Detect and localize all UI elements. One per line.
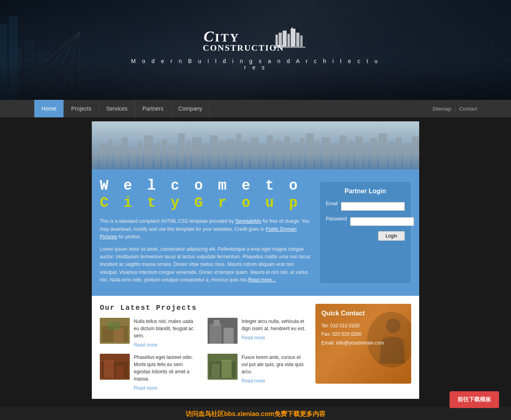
read-more-3[interactable]: Read more bbox=[134, 385, 157, 391]
svg-rect-53 bbox=[315, 141, 321, 169]
logo-area: .logo-font { font-family: 'Times New Rom… bbox=[128, 25, 383, 71]
svg-rect-37 bbox=[186, 141, 191, 169]
project-text-3: Phasellus eget laoreet odio. Morbi quis … bbox=[134, 354, 200, 391]
read-more-4[interactable]: Read more bbox=[242, 378, 265, 384]
password-label: Password : bbox=[326, 216, 347, 227]
svg-rect-52 bbox=[306, 133, 314, 169]
contact-email: Email: info@yourdomain.com bbox=[321, 339, 405, 348]
svg-rect-46 bbox=[260, 143, 265, 169]
svg-rect-27 bbox=[108, 139, 113, 169]
svg-text:CONSTRUCTION: CONSTRUCTION bbox=[203, 43, 284, 53]
svg-rect-74 bbox=[214, 320, 220, 326]
read-more-1[interactable]: Read more bbox=[134, 342, 157, 348]
svg-text:ITY: ITY bbox=[215, 31, 240, 44]
read-more-intro-link[interactable]: Read more... bbox=[248, 277, 276, 283]
partner-login-title: Partner Login bbox=[326, 188, 405, 195]
login-btn-row: Login bbox=[326, 231, 405, 241]
nav-separator: | bbox=[455, 106, 456, 112]
templatemo-link[interactable]: TemplateMo bbox=[235, 218, 261, 224]
svg-rect-63 bbox=[395, 137, 402, 169]
project-desc-1: Nulla tellus nisl, males uada eu dictum … bbox=[134, 318, 200, 339]
svg-rect-56 bbox=[339, 135, 347, 169]
nav-home[interactable]: Home bbox=[34, 100, 64, 117]
svg-rect-82 bbox=[222, 360, 232, 378]
content-area: W e l c o m e t o C i t y G r o u p This… bbox=[92, 169, 419, 296]
read-more-2[interactable]: Read more bbox=[242, 335, 265, 341]
svg-rect-54 bbox=[322, 137, 331, 169]
project-thumb-1 bbox=[100, 318, 130, 344]
svg-rect-40 bbox=[210, 135, 218, 169]
svg-rect-68 bbox=[104, 330, 112, 342]
email-input[interactable] bbox=[341, 202, 405, 211]
svg-rect-43 bbox=[236, 133, 241, 169]
partner-login-box: Partner Login Email : Password : Login bbox=[319, 181, 411, 284]
project-text-2: Integer arcu nulla, vehicula et dign iss… bbox=[242, 318, 307, 348]
svg-rect-6 bbox=[0, 60, 8, 100]
welcome-heading: W e l c o m e t o C i t y G r o u p bbox=[100, 177, 311, 212]
project-thumb-3 bbox=[100, 354, 130, 380]
nav-secondary: Sitemap | Contact bbox=[432, 106, 477, 112]
nav-services[interactable]: Services bbox=[99, 100, 135, 117]
nav-sitemap[interactable]: Sitemap bbox=[432, 106, 452, 112]
project-item-4: Fusce lorem ante, cursus et vul put ate … bbox=[208, 354, 307, 391]
svg-rect-9 bbox=[36, 52, 44, 100]
project-text-1: Nulla tellus nisl, males uada eu dictum … bbox=[134, 318, 200, 348]
nav-projects[interactable]: Projects bbox=[64, 100, 99, 117]
svg-rect-48 bbox=[274, 141, 283, 169]
projects-row-1: Nulla tellus nisl, males uada eu dictum … bbox=[100, 318, 307, 348]
svg-rect-36 bbox=[178, 133, 185, 169]
svg-rect-72 bbox=[210, 324, 222, 344]
svg-rect-47 bbox=[267, 135, 273, 169]
project-item-1: Nulla tellus nisl, males uada eu dictum … bbox=[100, 318, 200, 348]
project-desc-2: Integer arcu nulla, vehicula et dign iss… bbox=[242, 318, 307, 332]
svg-rect-33 bbox=[154, 143, 160, 169]
svg-rect-16 bbox=[291, 29, 295, 47]
nav-partners[interactable]: Partners bbox=[135, 100, 171, 117]
projects-row-2: Phasellus eget laoreet odio. Morbi quis … bbox=[100, 354, 307, 391]
nav-company[interactable]: Company bbox=[171, 100, 210, 117]
svg-rect-81 bbox=[212, 364, 220, 378]
bottom-section: Our Latest Projects bbox=[92, 296, 419, 399]
svg-rect-49 bbox=[284, 137, 290, 169]
svg-rect-64 bbox=[403, 143, 411, 169]
hero-image bbox=[92, 121, 419, 169]
project-item-2: Integer arcu nulla, vehicula et dign iss… bbox=[208, 318, 307, 348]
projects-title: Our Latest Projects bbox=[100, 304, 307, 312]
login-button[interactable]: Login bbox=[378, 231, 405, 241]
projects-column: Our Latest Projects bbox=[100, 304, 307, 391]
lorem-paragraph: Lorem ipsum dolor sit amet, consectetur … bbox=[100, 246, 311, 284]
quick-contact-title: Quick Contact bbox=[321, 310, 405, 317]
contact-tel: Tel: 010 010 0100 bbox=[321, 322, 405, 331]
welcome-line1: W e l c o m e t o bbox=[100, 178, 301, 194]
svg-rect-61 bbox=[378, 133, 387, 169]
svg-rect-57 bbox=[348, 141, 354, 169]
svg-rect-18 bbox=[296, 33, 299, 47]
svg-rect-45 bbox=[251, 137, 259, 169]
download-button[interactable]: 前往下载模板 bbox=[450, 391, 499, 408]
header: .logo-font { font-family: 'Times New Rom… bbox=[0, 0, 511, 100]
password-row: Password : bbox=[326, 216, 405, 227]
svg-rect-28 bbox=[114, 145, 121, 169]
svg-rect-62 bbox=[388, 141, 394, 169]
svg-rect-55 bbox=[332, 143, 338, 169]
projects-grid: Nulla tellus nisl, males uada eu dictum … bbox=[100, 318, 307, 391]
quick-contact-box: Quick Contact Tel: 010 010 0100 Fax: 020… bbox=[315, 304, 411, 384]
nav-main: Home Projects Services Partners Company bbox=[34, 100, 432, 117]
svg-rect-77 bbox=[104, 360, 114, 378]
svg-rect-26 bbox=[99, 143, 107, 169]
password-input[interactable] bbox=[350, 217, 414, 226]
svg-rect-69 bbox=[114, 328, 124, 342]
nav-contact[interactable]: Contact bbox=[459, 106, 477, 112]
contact-fax: Fax: 020 020 0200 bbox=[321, 330, 405, 339]
svg-rect-50 bbox=[291, 142, 299, 169]
svg-rect-32 bbox=[144, 135, 153, 169]
svg-rect-65 bbox=[412, 137, 419, 169]
svg-rect-19 bbox=[300, 36, 303, 47]
project-item-3: Phasellus eget laoreet odio. Morbi quis … bbox=[100, 354, 200, 391]
svg-rect-41 bbox=[219, 141, 225, 169]
email-label: Email : bbox=[326, 201, 338, 212]
svg-rect-29 bbox=[122, 137, 128, 169]
svg-rect-59 bbox=[364, 142, 369, 169]
svg-rect-8 bbox=[24, 40, 34, 100]
site-logo: .logo-font { font-family: 'Times New Rom… bbox=[200, 25, 311, 55]
